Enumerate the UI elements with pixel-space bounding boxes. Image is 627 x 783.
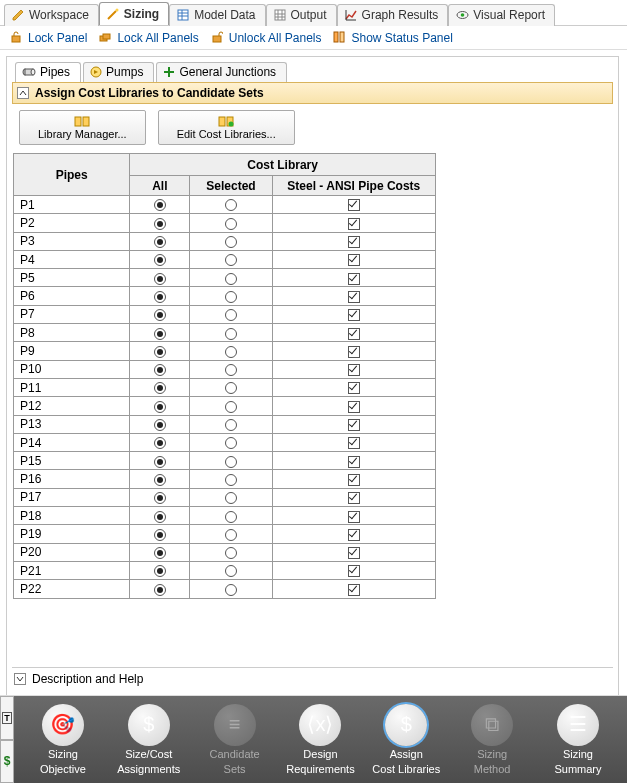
radio-all-cell[interactable]: [130, 415, 190, 433]
lib-checkbox-cell[interactable]: [272, 305, 435, 323]
radio-all-cell[interactable]: [130, 507, 190, 525]
radio-selected-cell[interactable]: [190, 543, 272, 561]
radio-selected[interactable]: [225, 236, 237, 248]
radio-selected[interactable]: [225, 346, 237, 358]
nav-sizing-summary[interactable]: ☰SizingSummary: [536, 704, 620, 775]
pipe-name-cell[interactable]: P3: [14, 232, 130, 250]
radio-all[interactable]: [154, 584, 166, 596]
radio-selected-cell[interactable]: [190, 433, 272, 451]
lib-checkbox[interactable]: [348, 456, 360, 468]
radio-selected[interactable]: [225, 456, 237, 468]
lib-checkbox-cell[interactable]: [272, 287, 435, 305]
subtab-pumps[interactable]: Pumps: [83, 62, 154, 82]
pipe-name-cell[interactable]: P4: [14, 250, 130, 268]
radio-selected-cell[interactable]: [190, 324, 272, 342]
pipe-name-cell[interactable]: P17: [14, 488, 130, 506]
pipe-name-cell[interactable]: P12: [14, 397, 130, 415]
lib-checkbox-cell[interactable]: [272, 324, 435, 342]
lib-checkbox-cell[interactable]: [272, 470, 435, 488]
radio-selected-cell[interactable]: [190, 488, 272, 506]
radio-all-cell[interactable]: [130, 433, 190, 451]
radio-all[interactable]: [154, 511, 166, 523]
radio-all-cell[interactable]: [130, 324, 190, 342]
lib-checkbox[interactable]: [348, 199, 360, 211]
pipe-name-cell[interactable]: P2: [14, 214, 130, 232]
radio-all[interactable]: [154, 401, 166, 413]
radio-selected-cell[interactable]: [190, 342, 272, 360]
lib-checkbox-cell[interactable]: [272, 378, 435, 396]
radio-selected[interactable]: [225, 529, 237, 541]
radio-all-cell[interactable]: [130, 287, 190, 305]
pipe-name-cell[interactable]: P7: [14, 305, 130, 323]
radio-selected[interactable]: [225, 511, 237, 523]
lib-checkbox[interactable]: [348, 511, 360, 523]
radio-selected-cell[interactable]: [190, 250, 272, 268]
radio-all[interactable]: [154, 437, 166, 449]
tab-visual-report[interactable]: Visual Report: [448, 4, 555, 26]
radio-selected-cell[interactable]: [190, 580, 272, 598]
lib-checkbox[interactable]: [348, 364, 360, 376]
radio-all-cell[interactable]: [130, 305, 190, 323]
pipe-name-cell[interactable]: P14: [14, 433, 130, 451]
radio-selected[interactable]: [225, 254, 237, 266]
lib-checkbox-cell[interactable]: [272, 342, 435, 360]
pipe-name-cell[interactable]: P9: [14, 342, 130, 360]
pipe-name-cell[interactable]: P13: [14, 415, 130, 433]
lib-checkbox[interactable]: [348, 492, 360, 504]
tab-output[interactable]: Output: [266, 4, 337, 26]
subtab-pipes[interactable]: Pipes: [15, 62, 81, 82]
lib-checkbox-cell[interactable]: [272, 269, 435, 287]
radio-all-cell[interactable]: [130, 378, 190, 396]
radio-all[interactable]: [154, 273, 166, 285]
radio-all-cell[interactable]: [130, 232, 190, 250]
lib-checkbox-cell[interactable]: [272, 250, 435, 268]
radio-all[interactable]: [154, 236, 166, 248]
lib-checkbox[interactable]: [348, 254, 360, 266]
subtab-general-junctions[interactable]: General Junctions: [156, 62, 287, 82]
lib-checkbox[interactable]: [348, 584, 360, 596]
lib-checkbox[interactable]: [348, 382, 360, 394]
lib-checkbox-cell[interactable]: [272, 580, 435, 598]
radio-all[interactable]: [154, 419, 166, 431]
lib-checkbox[interactable]: [348, 346, 360, 358]
radio-all-cell[interactable]: [130, 561, 190, 579]
radio-all[interactable]: [154, 529, 166, 541]
radio-selected-cell[interactable]: [190, 196, 272, 214]
radio-all-cell[interactable]: [130, 250, 190, 268]
radio-all[interactable]: [154, 382, 166, 394]
tab-sizing[interactable]: Sizing: [99, 2, 169, 25]
radio-selected[interactable]: [225, 492, 237, 504]
pipe-name-cell[interactable]: P22: [14, 580, 130, 598]
lib-checkbox[interactable]: [348, 309, 360, 321]
mini-toggle-top[interactable]: T: [0, 696, 14, 740]
nav-design-requirements[interactable]: ⟨x⟩DesignRequirements: [278, 704, 362, 775]
radio-all[interactable]: [154, 364, 166, 376]
pipe-name-cell[interactable]: P15: [14, 452, 130, 470]
radio-selected-cell[interactable]: [190, 452, 272, 470]
radio-all[interactable]: [154, 328, 166, 340]
radio-all-cell[interactable]: [130, 488, 190, 506]
unlock-all-panels[interactable]: Unlock All Panels: [211, 31, 322, 45]
radio-selected[interactable]: [225, 547, 237, 559]
radio-all[interactable]: [154, 547, 166, 559]
lib-checkbox[interactable]: [348, 236, 360, 248]
radio-selected[interactable]: [225, 419, 237, 431]
radio-all-cell[interactable]: [130, 214, 190, 232]
radio-all[interactable]: [154, 565, 166, 577]
pipe-name-cell[interactable]: P8: [14, 324, 130, 342]
pipe-name-cell[interactable]: P18: [14, 507, 130, 525]
radio-all[interactable]: [154, 291, 166, 303]
lock-all-panels[interactable]: Lock All Panels: [99, 31, 198, 45]
radio-all[interactable]: [154, 218, 166, 230]
lib-checkbox-cell[interactable]: [272, 214, 435, 232]
radio-selected-cell[interactable]: [190, 287, 272, 305]
radio-selected-cell[interactable]: [190, 470, 272, 488]
lock-panel[interactable]: Lock Panel: [10, 31, 87, 45]
lib-checkbox-cell[interactable]: [272, 543, 435, 561]
lib-checkbox-cell[interactable]: [272, 397, 435, 415]
lib-checkbox[interactable]: [348, 218, 360, 230]
radio-selected-cell[interactable]: [190, 360, 272, 378]
pipe-name-cell[interactable]: P6: [14, 287, 130, 305]
radio-selected-cell[interactable]: [190, 305, 272, 323]
edit-cost-libraries-button[interactable]: Edit Cost Libraries...: [158, 110, 295, 145]
